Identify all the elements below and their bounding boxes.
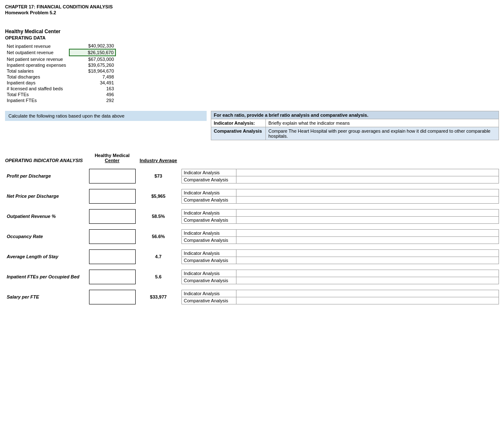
indicator-name: Inpatient FTEs per Occupied Bed xyxy=(5,270,89,284)
analysis-label-2: Comparative Analysis xyxy=(181,277,236,284)
industry-avg: 5.6 xyxy=(135,270,181,284)
analysis-value-1[interactable] xyxy=(236,290,499,297)
operating-row-value: 496 xyxy=(69,92,116,97)
analysis-label-1: Indicator Analysis xyxy=(181,209,236,216)
spacer-row xyxy=(5,163,499,169)
chapter-title: CHAPTER 17: FINANCIAL CONDITION ANALYSIS xyxy=(5,4,499,9)
indicator-input[interactable] xyxy=(89,209,135,223)
org-name: Healthy Medical Center xyxy=(5,29,499,34)
analysis-label-2: Comparative Analysis xyxy=(181,176,236,183)
operating-row-value: 292 xyxy=(69,97,116,103)
operating-row-value: 7,498 xyxy=(69,74,116,80)
operating-row-value[interactable]: $26,150,670 xyxy=(69,49,116,56)
spacer-row xyxy=(5,244,499,249)
industry-avg: 58.5% xyxy=(135,209,181,223)
industry-avg: 4.7 xyxy=(135,249,181,264)
indicator-name: Average Length of Stay xyxy=(5,249,89,264)
analysis-label-1: Indicator Analysis xyxy=(181,229,236,236)
indicator-input[interactable] xyxy=(89,189,135,203)
analysis-label-1: Indicator Analysis xyxy=(181,270,236,277)
indicator-row: Outpatient Revenue %58.5%Indicator Analy… xyxy=(5,209,499,216)
indicator-row: Net Price per Discharge$5,965Indicator A… xyxy=(5,189,499,196)
instruction-row2-value: Compare The Heart Hospital with peer gro… xyxy=(266,127,499,140)
indicator-name: Profit per Discharge xyxy=(5,169,89,183)
industry-avg: $33,977 xyxy=(135,290,181,304)
industry-avg: $5,965 xyxy=(135,189,181,203)
analysis-value-1[interactable] xyxy=(236,189,499,196)
indicator-input[interactable] xyxy=(89,290,135,304)
analysis-label-2: Comparative Analysis xyxy=(181,297,236,304)
analysis-value-1[interactable] xyxy=(236,209,499,216)
instruction-box: For each ratio, provide a brief ratio an… xyxy=(211,111,499,140)
analysis-value-1[interactable] xyxy=(236,169,499,176)
analysis-value-2[interactable] xyxy=(236,297,499,304)
operating-data-table: Net inpatient revenue$40,902,330Net outp… xyxy=(5,43,116,103)
section-label: OPERATING DATA xyxy=(5,35,499,40)
spacer-row xyxy=(5,264,499,270)
instruction-row1-label: Indicator Analysis: xyxy=(211,119,266,127)
industry-col-header: Industry Average xyxy=(135,153,181,163)
operating-row-label: Total salaries xyxy=(5,68,69,74)
indicator-row: Salary per FTE$33,977Indicator Analysis xyxy=(5,290,499,297)
indicator-col-header: OPERATING INDICATOR ANALYSIS xyxy=(5,153,89,163)
operating-row-value: $67,053,000 xyxy=(69,56,116,62)
analysis-label-1: Indicator Analysis xyxy=(181,189,236,196)
analysis-label-1: Indicator Analysis xyxy=(181,249,236,257)
indicator-row: Profit per Discharge$73Indicator Analysi… xyxy=(5,169,499,176)
operating-row-value: 163 xyxy=(69,86,116,92)
analysis-value-2[interactable] xyxy=(236,176,499,183)
operating-row-label: Inpatient days xyxy=(5,80,69,86)
operating-row-label: Net outpatient revenue xyxy=(5,49,69,56)
indicator-name: Occupancy Rate xyxy=(5,229,89,244)
operating-row-label: Total FTEs xyxy=(5,92,69,97)
spacer-row xyxy=(5,223,499,229)
indicator-name: Net Price per Discharge xyxy=(5,189,89,203)
spacer-row xyxy=(5,203,499,209)
analysis-value-1[interactable] xyxy=(236,229,499,236)
instruction-row2-label: Comparative Analysis xyxy=(211,127,266,140)
spacer-row xyxy=(5,183,499,189)
spacer-row xyxy=(5,284,499,290)
hmc-col-header: Healthy Medical Center xyxy=(89,153,135,163)
analysis-header-row: OPERATING INDICATOR ANALYSIS Healthy Med… xyxy=(5,153,499,163)
industry-avg: $73 xyxy=(135,169,181,183)
operating-row-value: $40,902,330 xyxy=(69,43,116,49)
operating-row-label: Total discharges xyxy=(5,74,69,80)
indicator-input[interactable] xyxy=(89,229,135,244)
analysis-value-2[interactable] xyxy=(236,216,499,223)
instruction-row1-value: Briefly explain what the indicator means xyxy=(266,119,499,127)
analysis-value-1[interactable] xyxy=(236,249,499,257)
analysis-label-2: Comparative Analysis xyxy=(181,216,236,223)
analysis-label-2: Comparative Analysis xyxy=(181,236,236,244)
operating-row-label: Net patient service revenue xyxy=(5,56,69,62)
analysis-col-header-empty xyxy=(181,153,499,163)
analysis-value-2[interactable] xyxy=(236,257,499,264)
indicator-row: Inpatient FTEs per Occupied Bed5.6Indica… xyxy=(5,270,499,277)
operating-row-label: # licensed and staffed beds xyxy=(5,86,69,92)
operating-row-label: Inpatient operating expenses xyxy=(5,62,69,68)
homework-label: Homework Problem 5.2 xyxy=(5,10,499,15)
indicator-name: Outpatient Revenue % xyxy=(5,209,89,223)
calc-instruction: Calculate the following ratios based upo… xyxy=(5,111,207,121)
operating-row-value: 34,491 xyxy=(69,80,116,86)
analysis-label-1: Indicator Analysis xyxy=(181,169,236,176)
indicator-row: Average Length of Stay4.7Indicator Analy… xyxy=(5,249,499,257)
analysis-label-1: Indicator Analysis xyxy=(181,290,236,297)
analysis-value-2[interactable] xyxy=(236,196,499,203)
analysis-label-2: Comparative Analysis xyxy=(181,196,236,203)
analysis-value-2[interactable] xyxy=(236,236,499,244)
indicator-input[interactable] xyxy=(89,169,135,183)
analysis-label-2: Comparative Analysis xyxy=(181,257,236,264)
operating-row-value: $39,675,260 xyxy=(69,62,116,68)
indicator-input[interactable] xyxy=(89,249,135,264)
operating-row-value: $18,964,670 xyxy=(69,68,116,74)
analysis-value-2[interactable] xyxy=(236,277,499,284)
operating-row-label: Inpatient FTEs xyxy=(5,97,69,103)
indicator-row: Occupancy Rate56.6%Indicator Analysis xyxy=(5,229,499,236)
indicator-input[interactable] xyxy=(89,270,135,284)
industry-avg: 56.6% xyxy=(135,229,181,244)
instruction-title: For each ratio, provide a brief ratio an… xyxy=(211,111,499,119)
operating-row-label: Net inpatient revenue xyxy=(5,43,69,49)
analysis-value-1[interactable] xyxy=(236,270,499,277)
indicator-name: Salary per FTE xyxy=(5,290,89,304)
